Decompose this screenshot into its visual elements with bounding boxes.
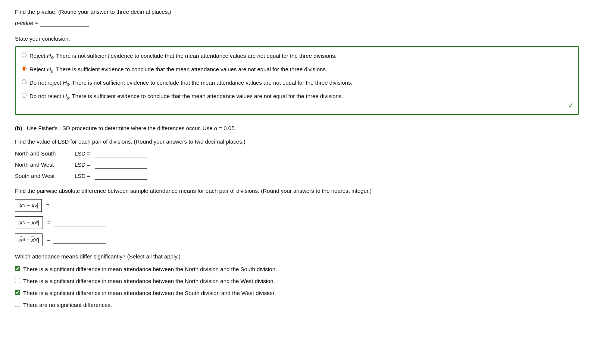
absdiff-prompt: Find the pairwise absolute difference be… bbox=[15, 186, 579, 195]
conclusion-option-2: Reject H0. There is sufficient evidence … bbox=[22, 65, 572, 75]
conclusion-option-1: Reject H0. There is not sufficient evide… bbox=[22, 51, 572, 61]
conclusion-text-4: Do not reject H0. There is sufficient ev… bbox=[29, 92, 343, 101]
conclusion-radio-1[interactable] bbox=[22, 53, 26, 57]
conclusion-text-2: Reject H0. There is sufficient evidence … bbox=[29, 65, 327, 75]
lsd-input-south-west[interactable] bbox=[95, 172, 147, 180]
checkbox-south-west[interactable] bbox=[15, 290, 20, 295]
absdiff-eq-sw: = bbox=[46, 235, 50, 244]
conclusion-text-1: Reject H0. There is not sufficient evide… bbox=[29, 51, 337, 61]
conclusion-text-3: Do not reject H0. There is not sufficien… bbox=[29, 78, 353, 88]
checkbox-option-2: There is a significant difference in mea… bbox=[15, 277, 579, 286]
checkbox-option-1: There is a significant difference in mea… bbox=[15, 265, 579, 274]
absdiff-eq-nw: = bbox=[46, 218, 51, 227]
checkbox-option-3: There is a significant difference in mea… bbox=[15, 289, 579, 298]
absdiff-input-sw[interactable] bbox=[53, 236, 106, 244]
checkbox-section: There is a significant difference in mea… bbox=[15, 265, 579, 310]
conclusion-option-4: Do not reject H0. There is sufficient ev… bbox=[22, 92, 572, 101]
checkbox-option-4: There are no significant differences. bbox=[15, 301, 579, 310]
lsd-prompt: Find the value of LSD for each pair of d… bbox=[15, 137, 579, 146]
conclusion-box: Reject H0. There is not sufficient evide… bbox=[15, 46, 579, 115]
lsd-table: North and South LSD = North and West LSD… bbox=[15, 149, 579, 181]
partb-section: (b) Use Fisher's LSD procedure to determ… bbox=[15, 124, 579, 310]
lsd-row-north-west: North and West LSD = bbox=[15, 160, 579, 169]
conclusion-header: State your conclusion. bbox=[15, 34, 579, 43]
conclusion-section: State your conclusion. Reject H0. There … bbox=[15, 34, 579, 115]
lsd-label-north-west: North and West bbox=[15, 160, 75, 169]
conclusion-radio-3[interactable] bbox=[22, 79, 26, 84]
absdiff-section: |xN − xS| = |xN − xW| = |xS − xW| = bbox=[15, 199, 579, 246]
checkbox-text-3: There is a significant difference in mea… bbox=[23, 289, 276, 298]
conclusion-radio-4[interactable] bbox=[22, 93, 26, 98]
absdiff-formula-sw: |xS − xW| bbox=[15, 233, 43, 246]
lsd-input-north-west[interactable] bbox=[95, 161, 147, 169]
lsd-input-north-south[interactable] bbox=[95, 150, 147, 157]
pvalue-prompt: Find the p-value. (Round your answer to … bbox=[15, 7, 579, 16]
lsd-label-south-west: South and West bbox=[15, 172, 75, 181]
absdiff-input-ns[interactable] bbox=[53, 202, 105, 209]
lsd-eq-south-west: LSD = bbox=[75, 172, 95, 181]
pvalue-input[interactable] bbox=[40, 19, 89, 27]
lsd-row-north-south: North and South LSD = bbox=[15, 149, 579, 158]
lsd-eq-north-south: LSD = bbox=[75, 149, 95, 158]
absdiff-row-ns: |xN − xS| = bbox=[15, 199, 579, 212]
absdiff-row-sw: |xS − xW| = bbox=[15, 233, 579, 246]
pvalue-section: Find the p-value. (Round your answer to … bbox=[15, 7, 579, 28]
absdiff-input-nw[interactable] bbox=[54, 219, 106, 226]
pvalue-row: p-value = bbox=[15, 19, 579, 28]
checkmark-icon: ✓ bbox=[568, 100, 574, 111]
lsd-label-north-south: North and South bbox=[15, 149, 75, 158]
partb-header: (b) Use Fisher's LSD procedure to determ… bbox=[15, 124, 579, 133]
pvalue-label: p-value = bbox=[15, 19, 38, 28]
lsd-row-south-west: South and West LSD = bbox=[15, 172, 579, 181]
which-header: Which attendance means differ significan… bbox=[15, 252, 579, 261]
absdiff-eq-ns: = bbox=[45, 201, 50, 210]
conclusion-radio-2[interactable] bbox=[22, 66, 26, 71]
conclusion-option-3: Do not reject H0. There is not sufficien… bbox=[22, 78, 572, 88]
checkbox-text-1: There is a significant difference in mea… bbox=[23, 265, 277, 274]
lsd-eq-north-west: LSD = bbox=[75, 160, 95, 169]
absdiff-formula-nw: |xN − xW| bbox=[15, 216, 43, 229]
checkbox-north-south[interactable] bbox=[15, 266, 20, 271]
absdiff-formula-ns: |xN − xS| bbox=[15, 199, 42, 212]
checkbox-text-4: There are no significant differences. bbox=[23, 301, 112, 310]
checkbox-text-2: There is a significant difference in mea… bbox=[23, 277, 275, 286]
checkbox-north-west[interactable] bbox=[15, 278, 20, 283]
checkbox-no-diff[interactable] bbox=[15, 302, 20, 307]
absdiff-row-nw: |xN − xW| = bbox=[15, 216, 579, 229]
